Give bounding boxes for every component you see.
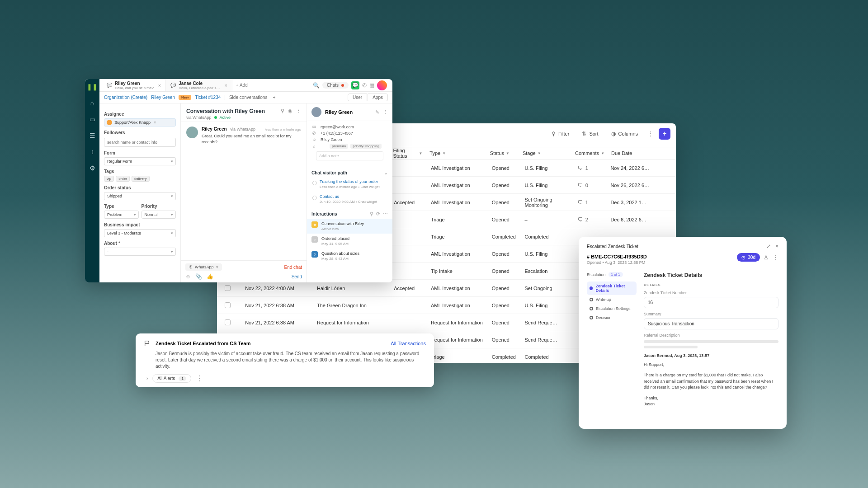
tab-janae[interactable]: 💬 Janae Cole Hello, I ordered a pair s… … (166, 79, 232, 91)
attachment-icon[interactable]: 📎 (195, 273, 202, 280)
followers-input[interactable] (104, 138, 176, 147)
tag-chip[interactable]: order (116, 176, 130, 182)
step-dot-icon (590, 298, 593, 301)
tab-riley[interactable]: 💬 Riley Green Hello, can you help me? × (102, 79, 166, 91)
cell-type: Request for Information (427, 337, 488, 343)
send-button[interactable]: Send (292, 274, 302, 279)
users-icon[interactable]: ☰ (88, 131, 96, 140)
cell-filing: Accepted (390, 200, 427, 205)
cell-status: Opened (488, 217, 521, 222)
tag-chip[interactable]: delivery (132, 176, 150, 182)
col-comments[interactable]: Comments▼ (571, 150, 608, 156)
filter-icon[interactable]: ⚲ (281, 108, 284, 114)
filter-button[interactable]: ⚲Filter (547, 128, 574, 139)
col-status[interactable]: Status▼ (486, 150, 519, 156)
more-icon[interactable]: ⋯ (383, 211, 388, 217)
chevron-down-icon[interactable]: ⌄ (384, 170, 388, 176)
interaction-item[interactable]: ○ Ordered placedMay 31, 9:05 AM (307, 234, 392, 249)
interaction-item[interactable]: ★ Conversation with RileyActive now (307, 219, 392, 234)
like-icon[interactable]: 👍 (207, 273, 213, 280)
step-ticket-details[interactable]: Zendesk Ticket Details (587, 282, 637, 295)
close-icon[interactable]: × (775, 243, 778, 249)
add-button[interactable]: + (659, 128, 670, 140)
tag-chip[interactable]: vip (104, 176, 114, 182)
step-escalation-settings[interactable]: Escalation Settings (587, 304, 637, 313)
summary-field[interactable]: Suspicious Transaction (644, 318, 778, 329)
priority-select[interactable]: Normal (142, 211, 176, 219)
ticket-number-field[interactable]: 16 (644, 297, 778, 308)
path-item[interactable]: Contact us Jun 10, 2020 9:02 AM • Chat w… (307, 192, 392, 207)
home-icon[interactable]: ⌂ (88, 99, 96, 107)
emoji-icon[interactable]: ☺ (185, 273, 191, 280)
message-icon[interactable]: 💬 (351, 81, 359, 89)
edit-icon[interactable]: ✎ (375, 109, 379, 115)
form-select[interactable]: Regular Form (104, 157, 176, 165)
more-icon[interactable]: ⋮ (196, 374, 203, 383)
step-decision[interactable]: Decision (587, 313, 637, 322)
phone-icon[interactable]: ✆ (362, 82, 367, 89)
channel-select[interactable]: ✆ WhatsApp ▾ (185, 263, 222, 271)
all-transactions-link[interactable]: All Transactions (391, 341, 426, 346)
search-icon[interactable]: 🔍 (313, 82, 320, 89)
col-due[interactable]: Due Date (608, 150, 676, 156)
about-select[interactable]: - (104, 248, 176, 256)
refresh-icon[interactable]: ⟳ (376, 211, 380, 217)
note-input[interactable]: Add a note (316, 151, 383, 160)
sort-button[interactable]: ⇅Sort (577, 128, 603, 139)
zendesk-logo-icon[interactable]: ❚❚ (88, 83, 96, 91)
comment-count: 1 (585, 165, 588, 171)
reports-icon[interactable]: ⫾ (88, 148, 96, 156)
chevron-right-icon[interactable]: › (146, 376, 148, 381)
close-icon[interactable]: × (158, 83, 161, 88)
interaction-item[interactable]: ? Question about sizesMay 28, 9:43 AM (307, 249, 392, 263)
breadcrumb-ticket[interactable]: Ticket #1234 (195, 95, 221, 100)
sla-pill[interactable]: ◷30d (737, 253, 760, 262)
breadcrumb-org[interactable]: Organization (Create) (104, 95, 147, 100)
visitor-path-heading: Chat visitor path (311, 170, 347, 175)
columns-button[interactable]: ◑Columns (607, 128, 642, 139)
close-icon[interactable]: × (154, 120, 156, 125)
end-chat-button[interactable]: End chat (284, 265, 302, 270)
tags-field[interactable]: vip order delivery (104, 176, 176, 182)
side-conversations-link[interactable]: Side conversations (229, 95, 268, 100)
add-side-button[interactable]: + (271, 95, 277, 100)
type-select[interactable]: Problem (104, 211, 139, 219)
assignee-icon[interactable]: ♙ (764, 254, 769, 261)
tab-user[interactable]: User (348, 94, 367, 101)
impact-select[interactable]: Level 3 - Moderate (104, 229, 176, 237)
apps-icon[interactable]: ▦ (369, 82, 374, 89)
cell-stage: – (521, 217, 574, 222)
order-status-label: Order status (104, 185, 176, 190)
close-icon[interactable]: × (224, 83, 227, 88)
breadcrumb-person[interactable]: Riley Green (151, 95, 175, 100)
more-icon[interactable]: ⋮ (646, 131, 655, 137)
all-alerts-chip[interactable]: All Alerts 1 (152, 374, 191, 383)
assignee-chip[interactable]: Support/Alex Knapp × (104, 118, 176, 127)
more-icon[interactable]: ⋮ (296, 108, 301, 114)
more-icon[interactable]: ⋮ (772, 254, 778, 261)
row-checkbox[interactable] (225, 302, 231, 308)
step-writeup[interactable]: Write-up (587, 295, 637, 304)
row-checkbox[interactable] (225, 285, 231, 291)
col-filing[interactable]: Filing Status▼ (389, 148, 426, 159)
order-status-select[interactable]: Shipped (104, 192, 176, 200)
inbox-icon[interactable]: ▭ (88, 115, 96, 123)
filter-icon[interactable]: ⚲ (370, 211, 373, 217)
gear-icon[interactable]: ⚙ (88, 164, 96, 172)
col-stage[interactable]: Stage▼ (519, 150, 571, 156)
cell-comments: 🗨2 (574, 216, 607, 223)
row-checkbox[interactable] (225, 319, 231, 325)
more-icon[interactable]: ⋮ (383, 109, 388, 115)
chat-icon: 💬 (170, 83, 176, 88)
tab-apps[interactable]: Apps (368, 94, 388, 101)
avatar[interactable] (377, 80, 387, 90)
chats-chip[interactable]: Chats (322, 82, 349, 89)
add-tab-button[interactable]: + Add (232, 79, 251, 91)
eye-icon[interactable]: ◉ (288, 108, 292, 114)
expand-icon[interactable]: ⤢ (766, 243, 771, 249)
col-type[interactable]: Type▼ (426, 150, 486, 156)
cell-stage: U.S. Filing (521, 165, 574, 171)
cell-type: Triage (427, 217, 488, 222)
path-item[interactable]: Tracking the status of your order Less t… (307, 178, 392, 192)
caret-down-icon: ▼ (601, 151, 604, 155)
